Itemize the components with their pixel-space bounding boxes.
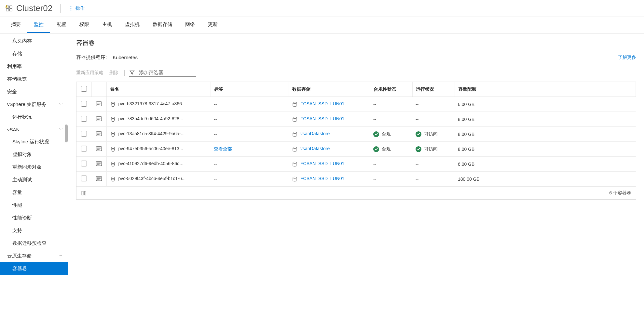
table-row[interactable]: pvc-410927d6-9edb-4056-86d...--FCSAN_SSD… (76, 157, 636, 172)
datastore-link[interactable]: FCSAN_SSD_LUN01 (300, 101, 344, 106)
svg-point-20 (293, 117, 297, 119)
sidebar-item-data-migration-precheck[interactable]: 数据迁移预检查 (0, 237, 68, 250)
chevron-down-icon: ﹀ (59, 253, 63, 259)
col-header-datastore[interactable]: 数据存储 (289, 82, 370, 97)
tab-networks[interactable]: 网络 (179, 17, 201, 33)
sidebar-item-security[interactable]: 安全 (0, 85, 68, 98)
sidebar-item-resync-objects[interactable]: 重新同步对象 (0, 161, 68, 174)
capacity-value: 180.00 GB (455, 172, 636, 187)
sidebar-item-utilization[interactable]: 利用率 (0, 60, 68, 73)
filter-input[interactable] (138, 69, 196, 76)
row-details-icon[interactable] (96, 146, 102, 152)
tab-monitor[interactable]: 监控 (27, 17, 50, 33)
svg-rect-2 (6, 9, 9, 11)
volume-name: pvc-5029f43f-4bc6-4e5f-b1c1-6... (118, 176, 186, 181)
row-checkbox[interactable] (81, 101, 87, 107)
view-all-labels-link[interactable]: 查看全部 (214, 146, 232, 151)
table-row[interactable]: pvc-13aa81c5-3ff4-4429-9a6a-...--vsanDat… (76, 127, 636, 142)
datastore-link[interactable]: FCSAN_SSD_LUN01 (300, 116, 344, 121)
row-checkbox[interactable] (81, 161, 87, 166)
tab-hosts[interactable]: 主机 (96, 17, 118, 33)
table-row[interactable]: pvc-783b4dc9-d604-4a92-828...--FCSAN_SSD… (76, 112, 636, 127)
ok-icon (416, 131, 421, 137)
row-details-icon[interactable] (96, 176, 102, 182)
col-header-name[interactable]: 卷名 (106, 82, 211, 97)
sidebar-item-perf-diagnostics[interactable]: 性能诊断 (0, 212, 68, 224)
table-footer: 6 个容器卷 (76, 187, 636, 200)
svg-rect-1 (9, 6, 12, 8)
volume-icon (110, 146, 116, 152)
row-checkbox[interactable] (81, 146, 87, 151)
sidebar-item-proactive-tests[interactable]: 主动测试 (0, 174, 68, 186)
row-checkbox[interactable] (81, 176, 87, 181)
table-row[interactable]: pvc-947e0356-ac06-40ee-813...查看全部vsanDat… (76, 142, 636, 157)
volume-icon (110, 161, 116, 167)
column-toggle-icon[interactable] (81, 190, 87, 196)
tab-summary[interactable]: 摘要 (5, 17, 27, 33)
tab-updates[interactable]: 更新 (201, 17, 224, 33)
sidebar-item-container-volumes[interactable]: 容器卷 (0, 262, 68, 275)
datastore-link[interactable]: FCSAN_SSD_LUN01 (300, 176, 344, 181)
learn-more-link[interactable]: 了解更多 (618, 55, 636, 60)
select-all-checkbox[interactable] (81, 86, 87, 92)
capacity-value: 6.00 GB (455, 97, 636, 112)
table-row[interactable]: pvc-5029f43f-4bc6-4e5f-b1c1-6...--FCSAN_… (76, 172, 636, 187)
volumes-table: 卷名 标签 数据存储 合规性状态 运行状况 容量配额 pvc-b3321978-… (76, 82, 636, 187)
compliance-status: 合规 (373, 146, 391, 152)
volume-icon (110, 131, 116, 137)
sidebar-scrollbar[interactable] (64, 33, 68, 313)
ok-icon (373, 131, 379, 137)
tab-permissions[interactable]: 权限 (73, 17, 96, 33)
datastore-link[interactable]: FCSAN_SSD_LUN01 (300, 161, 344, 166)
tab-configure[interactable]: 配置 (50, 17, 73, 33)
sidebar-item-storage[interactable]: 存储 (0, 47, 68, 60)
datastore-link[interactable]: vsanDatastore (300, 146, 330, 151)
col-header-capacity[interactable]: 容量配额 (455, 82, 636, 97)
table-toolbar: 重新应用策略 删除 (76, 66, 636, 82)
svg-point-40 (111, 163, 115, 165)
compliance-status: 合规 (373, 131, 391, 137)
sidebar-group-vsphere[interactable]: vSphere 集群服务﹀ (0, 98, 68, 111)
svg-point-18 (111, 117, 115, 119)
svg-point-26 (111, 133, 115, 135)
filter-input-wrap[interactable] (129, 69, 196, 77)
row-details-icon[interactable] (96, 161, 102, 167)
sidebar-item-support[interactable]: 支持 (0, 224, 68, 237)
svg-point-47 (111, 178, 115, 180)
volume-icon (110, 116, 116, 122)
sidebar-item-performance[interactable]: 性能 (0, 199, 68, 212)
sidebar-item-storage-overview[interactable]: 存储概览 (0, 73, 68, 85)
svg-point-46 (111, 177, 115, 178)
col-header-compliance[interactable]: 合规性状态 (370, 82, 412, 97)
sidebar-scrollbar-thumb[interactable] (65, 125, 68, 142)
datastore-icon (292, 101, 298, 107)
col-header-health[interactable]: 运行状况 (412, 82, 455, 97)
row-checkbox[interactable] (81, 131, 87, 137)
sidebar-group-vsan[interactable]: vSAN﹀ (0, 124, 68, 136)
datastore-link[interactable]: vsanDatastore (300, 131, 330, 136)
chevron-down-icon: ﹀ (59, 102, 63, 107)
table-row[interactable]: pvc-b3321978-9317-4c47-a866-...--FCSAN_S… (76, 97, 636, 112)
delete-button[interactable]: 删除 (109, 70, 118, 76)
label-value: -- (214, 102, 217, 107)
sidebar-item-capacity[interactable]: 容量 (0, 186, 68, 199)
row-checkbox[interactable] (81, 116, 87, 122)
datastore-icon (292, 176, 298, 182)
row-details-icon[interactable] (96, 101, 102, 107)
svg-point-12 (111, 103, 115, 105)
cluster-title: Cluster02 (16, 3, 52, 13)
sidebar-item-vsphere-health[interactable]: 运行状况 (0, 111, 68, 124)
actions-menu[interactable]: 操作 (68, 5, 85, 11)
label-value: -- (214, 162, 217, 167)
row-details-icon[interactable] (96, 116, 102, 122)
sidebar-item-skyline-health[interactable]: Skyline 运行状况 (0, 136, 68, 148)
sidebar-item-virtual-objects[interactable]: 虚拟对象 (0, 148, 68, 161)
sidebar-item-persistent-memory[interactable]: 永久内存 (0, 35, 68, 47)
tab-datastores[interactable]: 数据存储 (146, 17, 179, 33)
sidebar-group-cloud-native[interactable]: 云原生存储﹀ (0, 250, 68, 262)
tab-vms[interactable]: 虚拟机 (118, 17, 146, 33)
reapply-policy-button[interactable]: 重新应用策略 (76, 70, 103, 76)
volume-name: pvc-410927d6-9edb-4056-86d... (118, 161, 184, 166)
col-header-label[interactable]: 标签 (211, 82, 289, 97)
row-details-icon[interactable] (96, 131, 102, 137)
